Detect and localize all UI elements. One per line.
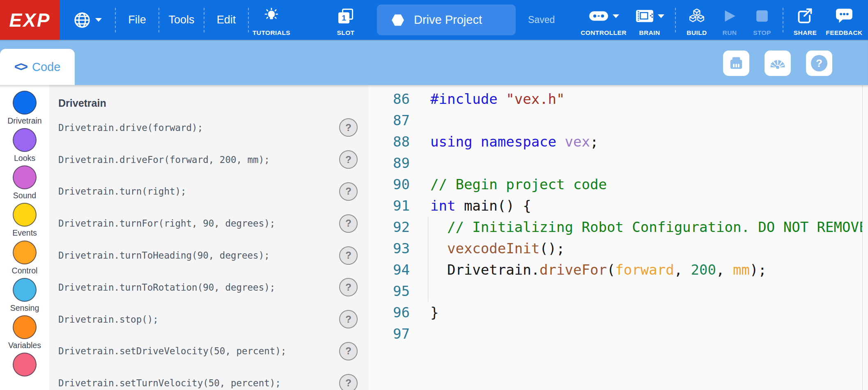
command-text[interactable]: Drivetrain.stop(); (58, 314, 158, 325)
globe-icon (73, 11, 91, 29)
category-label: Variables (8, 341, 41, 350)
question-mark-icon: ? (811, 55, 827, 71)
command-text[interactable]: Drivetrain.driveFor(forward, 200, mm); (58, 154, 270, 165)
line-number: 89 (368, 152, 410, 174)
speech-bubble-icon (836, 4, 853, 28)
code-editor[interactable]: 86 #include "vex.h" 87 88 using namespac… (368, 85, 868, 390)
category-item-drivetrain[interactable]: Drivetrain (0, 91, 49, 128)
editor-scrollbar[interactable] (862, 85, 868, 390)
category-item-looks[interactable]: Looks (0, 128, 49, 165)
code-text: } (430, 302, 439, 323)
code-line: 86 #include "vex.h" (368, 88, 868, 110)
menu-edit[interactable]: Edit (204, 0, 248, 40)
controller-menu-button[interactable]: CONTROLLER (579, 0, 628, 40)
command-group-header: Drivetrain (49, 85, 368, 112)
code-text: #include "vex.h" (430, 88, 565, 110)
slot-number: 1 (338, 12, 349, 23)
code-line: 92 // Initializing Robot Configuration. … (368, 216, 868, 238)
device-info-button[interactable] (723, 50, 749, 76)
chevron-down-icon (613, 14, 619, 18)
command-text[interactable]: Drivetrain.drive(forward); (58, 122, 203, 133)
exp-logo: EXP (0, 0, 60, 40)
command-help-button[interactable]: ? (339, 246, 358, 265)
command-help-button[interactable]: ? (339, 310, 358, 328)
code-line: 88 using namespace vex; (368, 131, 868, 152)
code-tab-label: Code (32, 60, 60, 74)
command-text[interactable]: Drivetrain.turnToHeading(90, degrees); (58, 250, 270, 261)
command-text[interactable]: Drivetrain.setDriveVelocity(50, percent)… (58, 346, 286, 356)
command-help-button[interactable]: ? (339, 214, 358, 233)
menu-file[interactable]: File (116, 0, 158, 40)
top-toolbar: EXP File Tools Edit (0, 0, 868, 40)
share-label: SHARE (794, 29, 817, 37)
code-text: // Begin project code (430, 174, 607, 195)
line-number: 97 (368, 323, 410, 344)
chevron-down-icon (658, 14, 664, 18)
category-circle (13, 203, 37, 227)
category-circle (13, 241, 37, 264)
command-text[interactable]: Drivetrain.turnFor(right, 90, degrees); (58, 218, 275, 229)
category-circle (13, 353, 37, 376)
command-text[interactable]: Drivetrain.setTurnVelocity(50, percent); (58, 378, 281, 388)
command-text[interactable]: Drivetrain.turn(right); (58, 186, 186, 197)
line-number: 88 (368, 131, 410, 152)
category-item-partial[interactable] (0, 353, 49, 390)
category-label: Sound (13, 191, 36, 200)
command-item: Drivetrain.turnToHeading(90, degrees); ? (49, 239, 368, 271)
build-button[interactable]: BUILD (680, 0, 714, 40)
category-label: Events (12, 228, 37, 238)
code-line: 97 (368, 323, 868, 344)
save-status: Saved (528, 14, 555, 25)
code-text: int main() { (430, 195, 531, 216)
tutorials-button[interactable]: TUTORIALS (249, 0, 294, 40)
code-text: vexcodeInit(); (430, 238, 565, 259)
line-number: 91 (368, 195, 410, 216)
command-item: Drivetrain.turnToRotation(90, degrees); … (49, 271, 368, 303)
command-help-button[interactable]: ? (339, 182, 358, 201)
secondary-toolbar: <> Code (0, 40, 868, 85)
category-item-events[interactable]: Events (0, 203, 49, 240)
project-name-button[interactable]: Drive Project (377, 5, 516, 35)
code-line: 94 Drivetrain.driveFor(forward, 200, mm)… (368, 259, 868, 280)
help-button[interactable]: ? (806, 50, 832, 76)
language-menu-button[interactable] (60, 0, 115, 40)
code-line: 95 (368, 280, 868, 302)
command-item: Drivetrain.drive(forward); ? (49, 112, 368, 144)
command-help-button[interactable]: ? (339, 150, 358, 169)
category-circle (13, 165, 37, 189)
category-item-sound[interactable]: Sound (0, 165, 49, 203)
menu-tools[interactable]: Tools (159, 0, 204, 40)
command-help-button[interactable]: ? (339, 374, 358, 390)
tab-code[interactable]: <> Code (0, 49, 75, 85)
command-help-button[interactable]: ? (339, 342, 358, 360)
lightbulb-icon (263, 4, 280, 28)
tutorials-label: TUTORIALS (253, 29, 290, 37)
toolbar-divider (675, 8, 676, 32)
brain-menu-button[interactable]: BRAIN (628, 0, 671, 40)
monitor-gauge-button[interactable] (765, 50, 791, 76)
gauge-icon (769, 54, 787, 72)
hexagon-icon (392, 14, 404, 27)
command-help-button[interactable]: ? (339, 278, 358, 296)
category-circle (13, 315, 37, 339)
category-sidebar: Drivetrain Looks Sound Events Control Se… (0, 85, 49, 390)
line-number: 92 (368, 216, 410, 238)
run-button[interactable]: RUN (714, 0, 746, 40)
command-text[interactable]: Drivetrain.turnToRotation(90, degrees); (58, 282, 275, 293)
category-item-control[interactable]: Control (0, 241, 49, 278)
brain-icon (635, 8, 654, 24)
category-item-variables[interactable]: Variables (0, 315, 49, 353)
command-help-button[interactable]: ? (339, 118, 358, 137)
line-number: 87 (368, 110, 410, 131)
stop-button[interactable]: STOP (746, 0, 778, 40)
slot-button[interactable]: 1 SLOT (323, 0, 369, 40)
category-item-sensing[interactable]: Sensing (0, 278, 49, 315)
project-name: Drive Project (414, 13, 482, 27)
robot-brain-icon (728, 55, 745, 72)
share-icon (797, 4, 813, 28)
code-line: 96 } (368, 302, 868, 323)
feedback-button[interactable]: FEEDBACK (823, 0, 866, 40)
toolbar-divider (783, 8, 783, 32)
share-button[interactable]: SHARE (788, 0, 823, 40)
gamepad-icon (588, 9, 609, 23)
